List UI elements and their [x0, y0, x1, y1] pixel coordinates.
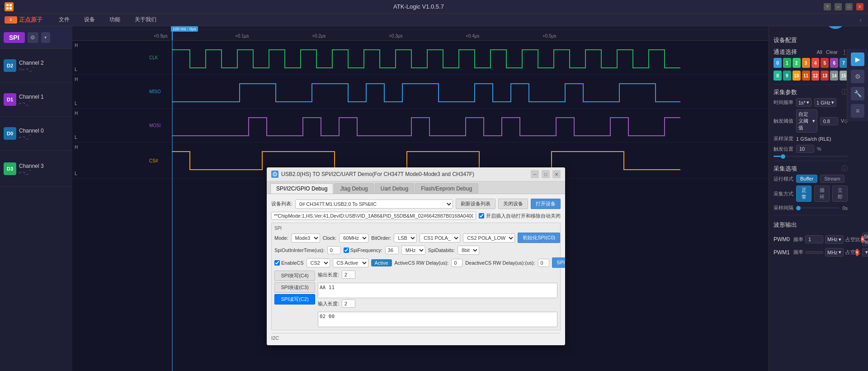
collect-mode-row: 采集方式 正常 循环 立即: [774, 186, 848, 202]
rw-delay-label: ActiveCS RW Delay(us):: [395, 260, 449, 266]
init-spi-btn[interactable]: 初始化SPI(C0): [518, 233, 560, 243]
tools-sidebar-btn[interactable]: 🔧: [851, 87, 864, 100]
trigger-type-dropdown[interactable]: 自定义阈值 ▾: [796, 109, 817, 133]
auto-open-checkbox[interactable]: [479, 213, 484, 219]
dialog-maximize-btn[interactable]: □: [542, 170, 550, 178]
ch-btn-9[interactable]: 9: [783, 71, 791, 81]
deactive-delay-label: DeactiveCS RW Delay(us):(us):: [465, 260, 535, 266]
run-sidebar-btn[interactable]: ▶: [851, 52, 864, 66]
cs-active-select[interactable]: CS Active: [333, 258, 368, 267]
pwm1-freq-unit-dropdown[interactable]: MHz▾: [825, 248, 844, 257]
trigger-value[interactable]: 0.8: [820, 117, 838, 125]
rw-delay-input[interactable]: [451, 259, 462, 267]
run-button[interactable]: ▶: [826, 26, 845, 29]
spi-write-c4-btn[interactable]: SPI块写(C4): [274, 271, 315, 281]
sample-interval-slider[interactable]: [796, 207, 840, 209]
trigger-slider-thumb[interactable]: [781, 154, 785, 159]
trigger-pos-row: 触发位置 10 %: [774, 145, 848, 153]
tab-spi-i2c[interactable]: SPI/I2C/GPIO Debug: [270, 183, 333, 194]
time-freq-dropdown[interactable]: 1s* ▾: [796, 98, 811, 107]
all-channels-link[interactable]: All: [816, 49, 822, 55]
clear-channels-link[interactable]: Clear: [826, 49, 838, 55]
chip-info-input[interactable]: [271, 212, 476, 220]
bitorder-select[interactable]: LSB: [394, 233, 417, 243]
time-marker-5: +0.5μs: [542, 33, 557, 38]
trigger-pos-value[interactable]: 10: [796, 145, 814, 153]
spi-section-label: SPI: [274, 226, 557, 231]
ch-btn-8[interactable]: 8: [774, 71, 782, 81]
ch-btn-12[interactable]: 12: [811, 71, 820, 81]
clk-waveform-svg: [72, 41, 769, 74]
stream-mode-btn[interactable]: Stream: [820, 175, 844, 183]
ch-btn-5[interactable]: 5: [821, 58, 829, 68]
spi-arrow-btn[interactable]: ▾: [41, 32, 50, 43]
search-sidebar-btn[interactable]: ≡: [851, 104, 864, 118]
ch-btn-0[interactable]: 0: [774, 58, 782, 68]
device-list-select[interactable]: 0# CH347T.M1:USB2.0 To SPI&IIC: [295, 200, 453, 209]
output-len-input[interactable]: [342, 271, 355, 279]
buffer-mode-btn[interactable]: Buffer: [796, 175, 817, 183]
ch2-icons: ⎍ ⌐ ¬ _ ‾: [19, 67, 69, 71]
menu-about[interactable]: 关于我们: [132, 15, 159, 24]
refresh-device-btn[interactable]: 刷新设备列表: [456, 199, 495, 209]
ch-btn-3[interactable]: 3: [802, 58, 810, 68]
dialog-minimize-btn[interactable]: ─: [531, 170, 539, 178]
menu-function[interactable]: 功能: [107, 15, 123, 24]
ch-btn-4[interactable]: 4: [811, 58, 820, 68]
input-len-input[interactable]: [342, 300, 355, 308]
menu-file[interactable]: 文件: [56, 15, 72, 24]
mode-select[interactable]: Mode3: [291, 233, 320, 243]
spi-out-inter-input[interactable]: [327, 246, 341, 254]
pwm0-freq-value[interactable]: 1: [805, 235, 823, 243]
collect-info-btn[interactable]: ⓘ: [841, 165, 848, 173]
menu-device[interactable]: 设备: [81, 15, 98, 24]
ch-btn-2[interactable]: 2: [793, 58, 801, 68]
pwm1-close-btn[interactable]: ✕: [855, 249, 859, 256]
open-device-btn[interactable]: 打开设备: [531, 199, 561, 209]
normal-collect-btn[interactable]: 正常: [796, 186, 811, 202]
close-device-btn[interactable]: 关闭设备: [498, 199, 528, 209]
pwm1-freq-value[interactable]: [805, 251, 823, 254]
spi-settings-btn[interactable]: ⚙: [28, 32, 38, 43]
dialog-close-btn[interactable]: ✕: [552, 170, 561, 178]
pwm0-freq-unit-dropdown[interactable]: MHz▾: [825, 235, 844, 244]
clock-select[interactable]: 60MHz: [339, 233, 368, 243]
immed-collect-btn[interactable]: 立即: [832, 186, 848, 202]
spi-freq-unit-select[interactable]: MHz: [401, 246, 425, 255]
ch-btn-10[interactable]: 10: [793, 71, 801, 81]
spi-freq-checkbox[interactable]: [344, 247, 349, 253]
ch-btn-14[interactable]: 14: [830, 71, 838, 81]
ch-btn-13[interactable]: 13: [821, 71, 829, 81]
tab-flash[interactable]: Flash/Eeprom Debug: [415, 183, 478, 194]
ch-btn-11[interactable]: 11: [802, 71, 810, 81]
cs2-select[interactable]: CS2 POLA_LOW: [463, 233, 515, 243]
spi-databits-select[interactable]: 8bit: [458, 246, 479, 255]
enable-cs-select[interactable]: CS2: [307, 258, 330, 267]
tab-uart[interactable]: Uart Debug: [375, 183, 414, 194]
section-channels-title: 通道选择: [774, 48, 797, 56]
close-btn[interactable]: ✕: [856, 3, 863, 10]
loop-collect-btn[interactable]: 循环: [814, 186, 830, 202]
pwm1-duty-dropdown[interactable]: ▾: [862, 248, 868, 257]
time-marker-3: +0.3μs: [389, 33, 403, 38]
cs-control-btn[interactable]: SPI片选控制(C1): [552, 257, 565, 268]
settings-sidebar-btn[interactable]: ⚙: [851, 70, 864, 83]
output-data-textarea[interactable]: AA 11: [318, 283, 557, 298]
cs1-select[interactable]: CS1 POLA_: [420, 233, 460, 243]
pwm0-close-btn[interactable]: ✕: [861, 236, 864, 243]
deactive-delay-input[interactable]: [538, 259, 549, 267]
enable-cs-checkbox[interactable]: [274, 260, 280, 266]
minimize-btn[interactable]: ─: [835, 3, 842, 10]
spi-read-c3-btn[interactable]: SPI块读(C3): [274, 282, 315, 293]
maximize-btn[interactable]: □: [845, 3, 853, 10]
trigger-slider[interactable]: [774, 156, 848, 157]
nav-arrow-left[interactable]: ‹: [859, 16, 862, 24]
spi-write-c2-btn[interactable]: SPI读写(C2): [274, 294, 315, 304]
spi-freq-input[interactable]: [385, 246, 399, 254]
ch-btn-1[interactable]: 1: [783, 58, 791, 68]
help-btn[interactable]: ?: [824, 3, 831, 10]
tab-jtag[interactable]: Jtag Debug: [334, 183, 373, 194]
sample-freq-dropdown[interactable]: 1 GHz ▾: [814, 98, 836, 107]
input-data-textarea[interactable]: 02 00: [318, 312, 557, 327]
ch-btn-6[interactable]: 6: [830, 58, 838, 68]
